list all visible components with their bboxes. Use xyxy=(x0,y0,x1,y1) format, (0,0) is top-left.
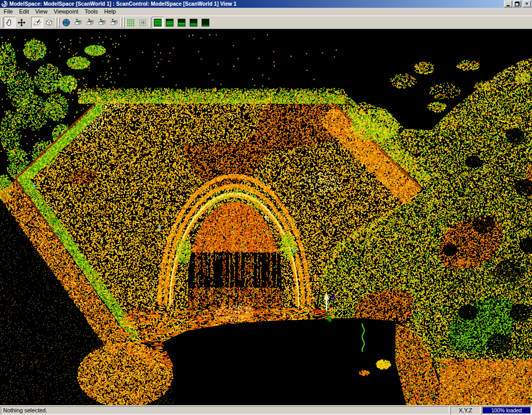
cloud-detail-5-button[interactable] xyxy=(200,17,211,28)
restore-button[interactable] xyxy=(513,1,521,7)
globe-icon xyxy=(62,18,71,27)
toolbar xyxy=(0,16,532,29)
dot-grid-dim-icon xyxy=(139,18,148,27)
scanner-box-icon xyxy=(110,18,118,27)
toolbar-grip[interactable] xyxy=(121,17,122,28)
menu-tools[interactable]: Tools xyxy=(82,8,101,15)
point-cloud-canvas[interactable] xyxy=(0,29,532,405)
grab-hand-icon xyxy=(5,18,14,27)
menu-viewpoint[interactable]: Viewpoint xyxy=(50,8,82,15)
cloud-detail-3-button[interactable] xyxy=(176,17,188,28)
scanner-box-icon xyxy=(86,18,95,27)
menu-file[interactable]: File xyxy=(1,8,16,15)
menu-bar: File Edit View Viewpoint Tools Help xyxy=(0,8,532,16)
title-bar: ModelSpace: ModelSpace [ScanWorld 1] : S… xyxy=(0,0,532,8)
toolbar-grip[interactable] xyxy=(123,17,125,28)
toolbar-grip[interactable] xyxy=(58,17,60,28)
app-icon xyxy=(1,1,8,7)
coordinates-indicator: X,Y,Z xyxy=(450,406,481,414)
density-medium-icon xyxy=(178,19,185,27)
menu-help[interactable]: Help xyxy=(101,8,119,15)
navigate-tool-button[interactable] xyxy=(16,17,28,28)
density-high-icon xyxy=(166,19,174,27)
minimize-button[interactable] xyxy=(504,1,512,7)
menu-edit[interactable]: Edit xyxy=(16,8,32,15)
point-density-grid-button[interactable] xyxy=(125,17,137,28)
scanner-position-2-button[interactable] xyxy=(84,17,96,28)
toolbar-grip[interactable] xyxy=(56,17,57,28)
pick-plane-icon xyxy=(33,18,42,27)
viewport[interactable]: Z xyxy=(0,29,532,405)
window-title: ModelSpace: ModelSpace [ScanWorld 1] : S… xyxy=(9,1,504,7)
view-cube-button[interactable] xyxy=(43,17,55,28)
scanner-box-icon xyxy=(74,18,83,27)
scanner-box-icon xyxy=(98,18,107,27)
point-density-grid-reduced-button[interactable] xyxy=(137,17,149,28)
pan-tool-button[interactable] xyxy=(4,17,16,28)
status-message: Nothing selected. xyxy=(1,406,449,414)
scanner-position-4-button[interactable] xyxy=(108,17,120,28)
density-lowest-icon xyxy=(202,19,209,27)
progress-fill: 100% loaded xyxy=(483,407,530,413)
load-progress: 100% loaded xyxy=(482,406,531,414)
status-bar: Nothing selected. X,Y,Z 100% loaded xyxy=(0,405,532,415)
application-window: ModelSpace: ModelSpace [ScanWorld 1] : S… xyxy=(0,0,532,415)
cloud-detail-4-button[interactable] xyxy=(188,17,200,28)
close-button[interactable]: × xyxy=(523,1,531,7)
scanner-position-1-button[interactable] xyxy=(72,17,84,28)
restore-icon xyxy=(515,2,520,6)
scanner-position-3-button[interactable] xyxy=(96,17,108,28)
dot-grid-icon xyxy=(127,18,136,27)
density-full-icon xyxy=(154,19,162,27)
cloud-detail-1-button[interactable] xyxy=(152,17,164,28)
density-low-icon xyxy=(190,19,197,27)
toolbar-grip[interactable] xyxy=(150,17,151,28)
minimize-icon xyxy=(507,5,510,6)
pick-surface-button[interactable] xyxy=(31,17,43,28)
cloud-detail-2-button[interactable] xyxy=(164,17,176,28)
cube-icon xyxy=(45,18,54,27)
menu-view[interactable]: View xyxy=(32,8,51,15)
move-arrows-icon xyxy=(17,18,26,27)
world-view-button[interactable] xyxy=(60,17,72,28)
toolbar-grip[interactable] xyxy=(2,17,3,28)
